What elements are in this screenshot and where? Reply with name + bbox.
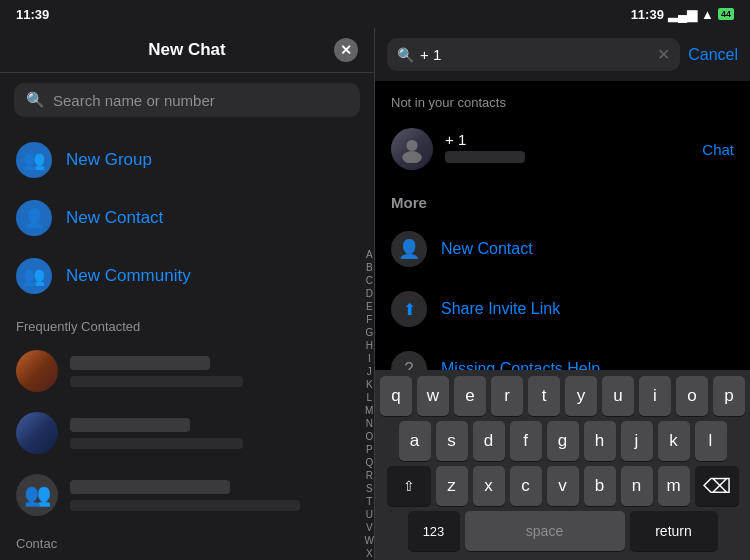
status-bar-left: 11:39 bbox=[16, 0, 49, 28]
action-new-contact[interactable]: 👤 New Contact bbox=[0, 189, 374, 247]
key-x[interactable]: x bbox=[473, 466, 505, 506]
more-new-contact-label: New Contact bbox=[441, 240, 533, 258]
close-button[interactable]: ✕ bbox=[334, 38, 358, 62]
frequent-contact-2[interactable] bbox=[0, 402, 374, 464]
frequent-contact-3[interactable]: 👥 bbox=[0, 464, 374, 526]
key-l[interactable]: l bbox=[695, 421, 727, 461]
key-f[interactable]: f bbox=[510, 421, 542, 461]
key-c[interactable]: c bbox=[510, 466, 542, 506]
left-panel: New Chat ✕ 🔍 Search name or number 👥 New… bbox=[0, 28, 375, 560]
new-group-label: New Group bbox=[66, 150, 152, 170]
search-bar-right: 🔍 + 1 ✕ Cancel bbox=[375, 28, 750, 81]
key-return[interactable]: return bbox=[630, 511, 718, 551]
contacts-section-label: Contac bbox=[0, 526, 374, 557]
contact-name-blur-3 bbox=[70, 480, 230, 494]
key-z[interactable]: z bbox=[436, 466, 468, 506]
key-i[interactable]: i bbox=[639, 376, 671, 416]
new-community-icon: 👥 bbox=[16, 258, 52, 294]
more-help-icon: ? bbox=[391, 351, 427, 370]
action-new-group[interactable]: 👥 New Group bbox=[0, 131, 374, 189]
new-contact-icon: 👤 bbox=[16, 200, 52, 236]
more-new-contact[interactable]: 👤 New Contact bbox=[375, 219, 750, 279]
key-row-3: ⇧ z x c v b n m ⌫ bbox=[379, 466, 746, 506]
search-input-text: + 1 bbox=[420, 46, 441, 63]
new-group-icon: 👥 bbox=[16, 142, 52, 178]
person-avatar-svg bbox=[398, 135, 426, 163]
svg-point-1 bbox=[402, 151, 422, 163]
right-panel: 🔍 + 1 ✕ Cancel Not in your contacts + 1 bbox=[375, 28, 750, 560]
key-row-2: a s d f g h j k l bbox=[379, 421, 746, 461]
signal-icon: ▂▄▆ bbox=[668, 7, 697, 22]
more-help-label: Missing Contacts Help bbox=[441, 360, 600, 370]
key-row-1: q w e r t y u i o p bbox=[379, 376, 746, 416]
contact-sub-1 bbox=[70, 376, 243, 387]
key-space[interactable]: space bbox=[465, 511, 625, 551]
key-q[interactable]: q bbox=[380, 376, 412, 416]
search-input-right[interactable]: 🔍 + 1 ✕ bbox=[387, 38, 680, 71]
key-s[interactable]: s bbox=[436, 421, 468, 461]
not-in-contacts-label: Not in your contacts bbox=[375, 81, 750, 118]
key-d[interactable]: d bbox=[473, 421, 505, 461]
key-k[interactable]: k bbox=[658, 421, 690, 461]
more-new-contact-icon: 👤 bbox=[391, 231, 427, 267]
more-label: More bbox=[375, 180, 750, 219]
close-icon: ✕ bbox=[340, 42, 352, 58]
result-info-1: + 1 bbox=[445, 131, 690, 167]
result-item-1[interactable]: + 1 Chat bbox=[375, 118, 750, 180]
contact-name-blur-1 bbox=[70, 356, 210, 370]
avatar-1 bbox=[16, 350, 58, 392]
key-u[interactable]: u bbox=[602, 376, 634, 416]
contact-sub-3 bbox=[70, 500, 300, 511]
more-share-label: Share Invite Link bbox=[441, 300, 560, 318]
status-bar: 11:39 11:39 ▂▄▆ ▲ 44 bbox=[0, 0, 750, 28]
search-box[interactable]: 🔍 Search name or number bbox=[14, 83, 360, 117]
key-r[interactable]: r bbox=[491, 376, 523, 416]
key-t[interactable]: t bbox=[528, 376, 560, 416]
search-clear-icon[interactable]: ✕ bbox=[657, 45, 670, 64]
result-avatar bbox=[391, 128, 433, 170]
frequent-contact-1[interactable] bbox=[0, 340, 374, 402]
key-b[interactable]: b bbox=[584, 466, 616, 506]
contact-list: Frequently Contacted 👥 bbox=[0, 309, 374, 560]
contact-name-blur-2 bbox=[70, 418, 190, 432]
cancel-button[interactable]: Cancel bbox=[688, 46, 738, 64]
key-e[interactable]: e bbox=[454, 376, 486, 416]
key-shift[interactable]: ⇧ bbox=[387, 466, 431, 506]
new-community-label: New Community bbox=[66, 266, 191, 286]
keyboard: q w e r t y u i o p a s d f g h j k l bbox=[375, 370, 750, 560]
key-a[interactable]: a bbox=[399, 421, 431, 461]
wifi-icon: ▲ bbox=[701, 7, 714, 22]
contact-info-1 bbox=[70, 356, 358, 387]
avatar-2 bbox=[16, 412, 58, 454]
key-g[interactable]: g bbox=[547, 421, 579, 461]
key-backspace[interactable]: ⌫ bbox=[695, 466, 739, 506]
action-new-community[interactable]: 👥 New Community bbox=[0, 247, 374, 305]
more-share-icon: ⬆ bbox=[391, 291, 427, 327]
key-numbers[interactable]: 123 bbox=[408, 511, 460, 551]
key-n[interactable]: n bbox=[621, 466, 653, 506]
new-chat-header: New Chat ✕ bbox=[0, 28, 374, 73]
key-v[interactable]: v bbox=[547, 466, 579, 506]
more-share-link[interactable]: ⬆ Share Invite Link bbox=[375, 279, 750, 339]
key-o[interactable]: o bbox=[676, 376, 708, 416]
results-section: Not in your contacts + 1 Chat More 👤 New bbox=[375, 81, 750, 370]
more-missing-help[interactable]: ? Missing Contacts Help bbox=[375, 339, 750, 370]
key-h[interactable]: h bbox=[584, 421, 616, 461]
key-w[interactable]: w bbox=[417, 376, 449, 416]
search-icon: 🔍 bbox=[26, 91, 45, 109]
time-right: 11:39 bbox=[631, 7, 664, 22]
new-chat-title: New Chat bbox=[148, 40, 225, 60]
key-m[interactable]: m bbox=[658, 466, 690, 506]
chat-button[interactable]: Chat bbox=[702, 141, 734, 158]
battery-icon: 44 bbox=[718, 8, 734, 20]
key-p[interactable]: p bbox=[713, 376, 745, 416]
main-content: New Chat ✕ 🔍 Search name or number 👥 New… bbox=[0, 28, 750, 560]
search-magnifier-icon: 🔍 bbox=[397, 47, 414, 63]
contact-sub-2 bbox=[70, 438, 243, 449]
key-y[interactable]: y bbox=[565, 376, 597, 416]
key-j[interactable]: j bbox=[621, 421, 653, 461]
status-bar-right: 11:39 ▂▄▆ ▲ 44 bbox=[631, 0, 734, 28]
action-list: 👥 New Group 👤 New Contact 👥 New Communit… bbox=[0, 127, 374, 309]
result-number-blur bbox=[445, 151, 525, 163]
result-name: + 1 bbox=[445, 131, 690, 148]
